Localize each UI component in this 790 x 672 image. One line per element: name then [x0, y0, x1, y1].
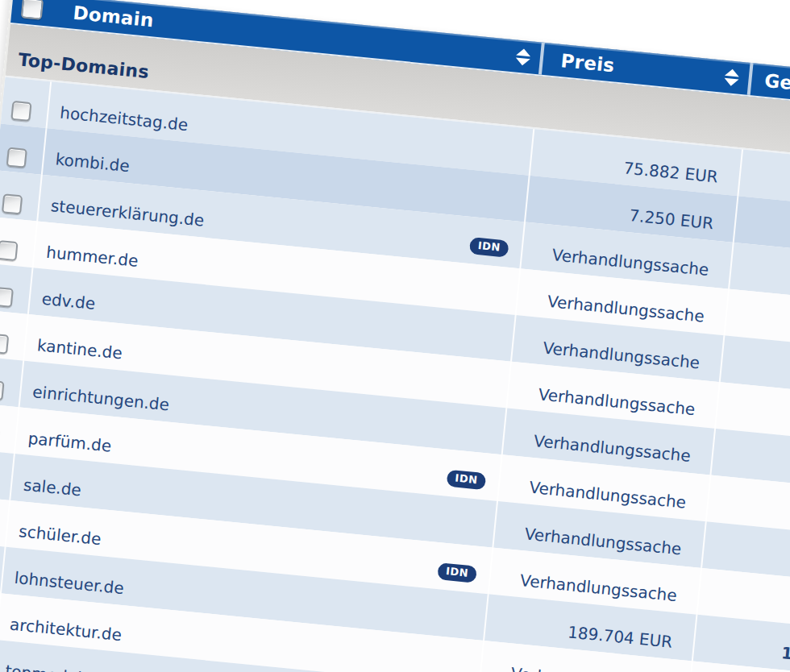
domain-listing-table: Domain Preis Gebote Top-Domains hochzeit… — [0, 0, 790, 672]
domain-name-link[interactable]: architektur.de — [9, 615, 123, 645]
group-header-label: Top-Domains — [17, 49, 149, 82]
sort-asc-icon — [725, 68, 740, 77]
row-checkbox[interactable] — [6, 147, 27, 168]
sort-icon[interactable] — [724, 68, 740, 86]
domain-name-link[interactable]: schüler.de — [18, 521, 102, 549]
row-checkbox-cell — [0, 263, 32, 314]
row-checkbox[interactable] — [2, 193, 23, 214]
idn-badge: IDN — [437, 562, 477, 583]
sort-desc-icon — [515, 57, 530, 66]
domain-name-link[interactable]: parfüm.de — [27, 429, 113, 456]
price-value: 189.704 EUR — [567, 622, 673, 652]
domain-name-link[interactable]: edv.de — [41, 289, 97, 313]
row-checkbox-cell — [0, 170, 41, 221]
row-checkbox-cell — [0, 217, 36, 268]
row-checkbox[interactable] — [0, 287, 14, 308]
table-body: hochzeitstag.de 75.882 EUR kombi.de 7.25… — [0, 77, 790, 672]
idn-badge: IDN — [469, 237, 509, 258]
row-checkbox[interactable] — [0, 333, 9, 354]
sort-icon[interactable] — [515, 48, 531, 66]
domain-name-link[interactable]: lohnsteuer.de — [14, 568, 125, 598]
domain-name-link[interactable]: hochzeitstag.de — [59, 103, 189, 135]
idn-badge: IDN — [446, 470, 486, 491]
domain-name-link[interactable]: topmodels.de — [4, 661, 116, 672]
row-checkbox-cell — [0, 124, 46, 175]
domain-name-link[interactable]: hummer.de — [45, 243, 139, 271]
domain-marketplace-page: Domain Preis Gebote Top-Domains hochzeit… — [0, 0, 790, 672]
row-checkbox-cell — [1, 77, 50, 128]
price-value: 75.882 EUR — [622, 158, 718, 186]
price-value: 7.250 EUR — [628, 205, 714, 233]
column-header-gebote-label: Gebote — [763, 70, 790, 98]
row-checkbox[interactable] — [0, 380, 5, 400]
price-value: Verhandlungssache — [510, 664, 669, 672]
bid-count-value: 1 — [780, 643, 790, 663]
sort-desc-icon — [724, 77, 739, 86]
column-header-preis-label: Preis — [560, 50, 616, 76]
domain-name-link[interactable]: kantine.de — [36, 335, 123, 363]
column-header-domain-label: Domain — [72, 2, 154, 31]
select-all-checkbox[interactable] — [21, 0, 44, 20]
sort-asc-icon — [516, 48, 531, 56]
row-checkbox[interactable] — [10, 101, 31, 122]
domain-name-link[interactable]: sale.de — [23, 475, 82, 500]
domain-name-link[interactable]: einrichtungen.de — [31, 382, 170, 414]
row-checkbox[interactable] — [0, 240, 19, 261]
domain-name-link[interactable]: kombi.de — [55, 149, 131, 176]
